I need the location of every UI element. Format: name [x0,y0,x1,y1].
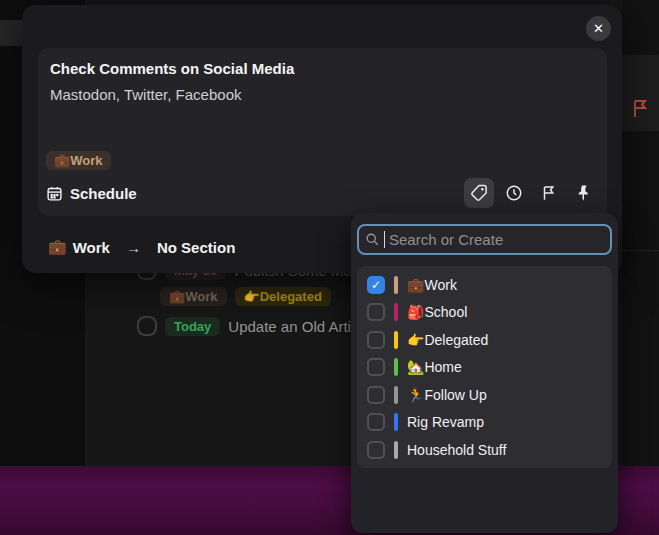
label-option-text: 💼Work [407,277,457,293]
label-search-input[interactable] [389,231,604,248]
label-option-text: 🏡Home [407,359,462,375]
label-list: ✓ 💼Work 🎒School 👉Delegated 🏡Home 🏃Follow… [357,266,612,468]
due-date-badge: Today [165,317,220,336]
priority-flag-icon [632,99,648,118]
background-label-chips-row: 💼Work 👉Delegated [160,287,331,306]
label-color-bar [394,441,398,459]
label-option[interactable]: 🏃Follow Up [357,381,612,409]
task-checkbox [137,316,157,336]
pin-icon[interactable] [569,178,599,208]
label-option-text: 🎒School [407,304,467,320]
label-color-bar [394,386,398,404]
label-color-bar [394,303,398,321]
label-checkbox[interactable] [367,331,385,349]
label-chip-work: 💼Work [160,287,227,306]
label-color-bar [394,413,398,431]
label-option[interactable]: ✓ 💼Work [357,271,612,299]
task-card-footer: Schedule [46,177,599,209]
flag-icon[interactable] [534,178,564,208]
label-option[interactable]: 👉Delegated [357,326,612,354]
label-checkbox[interactable] [367,358,385,376]
briefcase-icon: 💼 [48,238,67,256]
task-label-chip[interactable]: 💼Work [46,151,111,170]
project-name: 💼 Work [48,238,110,256]
label-picker-popover: ✓ 💼Work 🎒School 👉Delegated 🏡Home 🏃Follow… [351,213,618,533]
search-icon [365,232,380,247]
task-description[interactable]: Mastodon, Twitter, Facebook [50,86,242,103]
calendar-icon [46,185,63,202]
schedule-button[interactable]: Schedule [46,185,137,202]
task-title[interactable]: Check Comments on Social Media [50,60,294,77]
clock-icon[interactable] [499,178,529,208]
background-right-panel-header [622,55,659,131]
label-option-text: 🏃Follow Up [407,387,487,403]
label-option[interactable]: 🎒School [357,299,612,327]
label-color-bar [394,276,398,294]
task-card: Check Comments on Social Media Mastodon,… [38,48,607,216]
label-search-field[interactable] [357,224,612,255]
label-option-text: Household Stuff [407,442,506,458]
text-caret [384,231,385,248]
label-option-text: 👉Delegated [407,332,488,348]
label-checkbox[interactable] [367,441,385,459]
project-section-row[interactable]: 💼 Work → No Section [48,238,235,256]
label-option-text: Rig Revamp [407,414,484,430]
label-chip-delegated: 👉Delegated [235,287,331,306]
label-color-bar [394,331,398,349]
label-checkbox[interactable]: ✓ [367,276,385,294]
label-icon[interactable] [464,178,494,208]
task-toolbar [464,178,599,208]
label-checkbox[interactable] [367,303,385,321]
label-checkbox[interactable] [367,386,385,404]
divider [622,250,659,251]
label-option[interactable]: 🏡Home [357,354,612,382]
task-title: Update an Old Artic [228,318,358,335]
schedule-label: Schedule [70,185,137,202]
section-name: No Section [157,239,235,256]
label-color-bar [394,358,398,376]
close-button[interactable]: ✕ [586,16,611,41]
label-checkbox[interactable] [367,413,385,431]
arrow-icon: → [126,239,141,256]
label-option[interactable]: Rig Revamp [357,409,612,437]
background-task-row: Today Update an Old Artic [137,316,358,336]
label-option[interactable]: Household Stuff [357,436,612,464]
